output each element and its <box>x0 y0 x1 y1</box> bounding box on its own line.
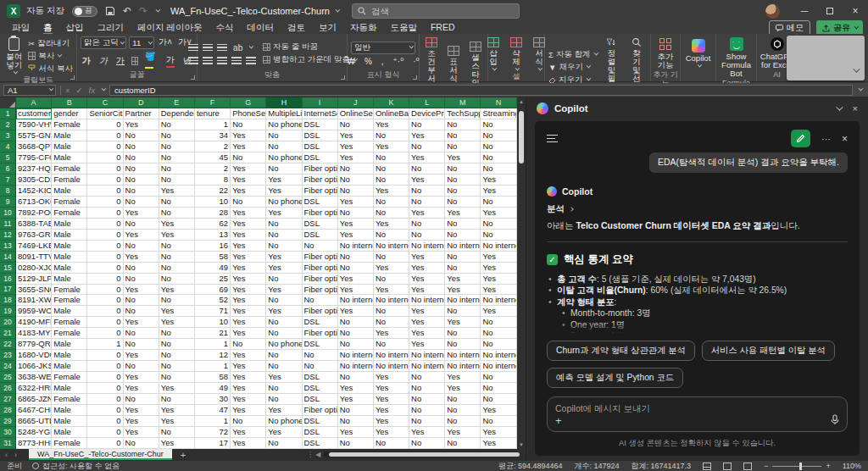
insert-function-icon[interactable]: fx <box>89 86 95 95</box>
cell-I28[interactable]: Fiber optic <box>303 405 338 416</box>
cell-H1[interactable]: MultipleLines <box>266 108 302 119</box>
align-center-icon[interactable] <box>203 57 213 64</box>
cell-L9[interactable]: No <box>409 197 445 208</box>
cell-L31[interactable]: No <box>409 438 445 449</box>
cell-I5[interactable]: DSL <box>303 152 338 163</box>
cell-C14[interactable]: 0 <box>87 252 123 263</box>
cell-D16[interactable]: No <box>124 274 159 285</box>
align-left-icon[interactable] <box>188 57 198 64</box>
cell-C21[interactable]: 0 <box>87 328 123 339</box>
cell-G23[interactable]: Yes <box>231 350 266 361</box>
cell-J28[interactable]: No <box>338 405 374 416</box>
cell-D1[interactable]: Partner <box>124 108 159 119</box>
cell-D17[interactable]: Yes <box>124 285 159 296</box>
cell-M21[interactable]: No <box>445 328 481 339</box>
cell-F10[interactable]: 28 <box>195 208 231 219</box>
row-header-2[interactable]: 2 <box>0 119 16 130</box>
cell-M4[interactable]: No <box>445 141 481 152</box>
cell-C28[interactable]: 0 <box>87 405 123 416</box>
font-size-combo[interactable]: 11 <box>129 36 154 49</box>
cell-N23[interactable]: No internet service <box>481 350 516 361</box>
cell-L22[interactable]: Yes <box>409 339 445 350</box>
cell-L10[interactable]: Yes <box>409 208 445 219</box>
cell-M17[interactable]: Yes <box>445 285 481 296</box>
cell-B26[interactable]: Male <box>52 383 87 394</box>
cell-K25[interactable]: Yes <box>374 372 409 383</box>
cell-M27[interactable]: No <box>445 394 481 405</box>
cell-K4[interactable]: Yes <box>374 141 409 152</box>
cell-J17[interactable]: Yes <box>338 285 374 296</box>
cell-G15[interactable]: Yes <box>231 263 266 274</box>
cell-M31[interactable]: No <box>445 438 481 449</box>
bold-button[interactable]: 가 <box>81 55 92 67</box>
cell-G6[interactable]: Yes <box>231 163 266 175</box>
cell-K9[interactable]: No <box>374 197 409 208</box>
cell-L27[interactable]: No <box>409 394 445 405</box>
cell-D8[interactable]: No <box>124 186 159 197</box>
cell-I15[interactable]: Fiber optic <box>303 263 338 274</box>
row-header-29[interactable]: 29 <box>0 416 16 427</box>
alignment-dialog-launcher-icon[interactable] <box>341 75 345 80</box>
cell-I8[interactable]: Fiber optic <box>303 186 338 197</box>
cell-M16[interactable]: Yes <box>445 274 481 285</box>
cell-B30[interactable]: Male <box>52 427 87 438</box>
row-header-14[interactable]: 14 <box>0 252 16 263</box>
cell-K31[interactable]: No <box>374 438 409 449</box>
cell-F9[interactable]: 10 <box>195 197 231 208</box>
cell-A7[interactable]: 9305-CDSKC <box>16 175 52 186</box>
cell-J2[interactable]: No <box>338 119 374 130</box>
cell-M7[interactable]: No <box>445 175 481 186</box>
cell-D5[interactable]: No <box>124 152 159 163</box>
cell-C26[interactable]: 0 <box>87 383 123 394</box>
cell-L1[interactable]: DeviceProtection <box>409 108 445 119</box>
cell-N6[interactable]: No <box>481 163 516 175</box>
row-header-4[interactable]: 4 <box>0 141 16 152</box>
cell-B31[interactable]: Female <box>52 438 87 449</box>
cell-N1[interactable]: StreamingTV <box>481 108 516 119</box>
cell-H4[interactable]: No <box>266 141 302 152</box>
cell-F4[interactable]: 2 <box>195 141 231 152</box>
column-header-A[interactable]: A <box>16 97 52 108</box>
cell-C25[interactable]: 0 <box>87 372 123 383</box>
save-icon[interactable] <box>105 6 115 16</box>
cell-L3[interactable]: Yes <box>409 130 445 141</box>
cell-G4[interactable]: Yes <box>231 141 266 152</box>
row-header-19[interactable]: 19 <box>0 306 16 317</box>
cell-F7[interactable]: 8 <box>195 175 231 186</box>
cell-E27[interactable]: No <box>159 394 195 405</box>
cell-N26[interactable]: No <box>481 383 516 394</box>
column-header-D[interactable]: D <box>124 97 159 108</box>
cell-G21[interactable]: Yes <box>231 328 266 339</box>
cell-H10[interactable]: Yes <box>266 208 302 219</box>
cell-J22[interactable]: No <box>338 339 374 350</box>
cell-F12[interactable]: 13 <box>195 230 231 241</box>
cell-A9[interactable]: 6713-OKOMC <box>16 197 52 208</box>
column-header-J[interactable]: J <box>338 97 374 108</box>
row-header-26[interactable]: 26 <box>0 383 16 394</box>
cell-D7[interactable]: No <box>124 175 159 186</box>
cell-E13[interactable]: No <box>159 241 195 252</box>
align-middle-icon[interactable] <box>203 44 213 52</box>
cell-F27[interactable]: 30 <box>195 394 231 405</box>
row-header-12[interactable]: 12 <box>0 230 16 241</box>
cell-H25[interactable]: Yes <box>266 372 302 383</box>
cell-N10[interactable]: Yes <box>481 208 516 219</box>
cell-E14[interactable]: No <box>159 252 195 263</box>
cell-A5[interactable]: 7795-CFOCW <box>16 152 52 163</box>
cell-M12[interactable]: No <box>445 230 481 241</box>
cell-F21[interactable]: 21 <box>195 328 231 339</box>
cell-M22[interactable]: No <box>445 339 481 350</box>
vertical-scrollbar[interactable]: ▲ ▼ <box>517 97 526 449</box>
cell-K12[interactable]: No <box>374 230 409 241</box>
cell-C23[interactable]: 0 <box>87 350 123 361</box>
cell-A30[interactable]: 5248-YGIJN <box>16 427 52 438</box>
cell-E24[interactable]: No <box>159 361 195 372</box>
cell-H26[interactable]: No <box>266 383 302 394</box>
font-dialog-launcher-icon[interactable] <box>191 75 195 80</box>
cell-I2[interactable]: DSL <box>303 119 338 130</box>
cell-M30[interactable]: Yes <box>445 427 481 438</box>
cell-A27[interactable]: 6865-JZNKO <box>16 394 52 405</box>
cell-E18[interactable]: No <box>159 295 195 306</box>
insert-cells-button[interactable]: 삽입 <box>485 36 502 72</box>
cell-E26[interactable]: Yes <box>159 383 195 394</box>
